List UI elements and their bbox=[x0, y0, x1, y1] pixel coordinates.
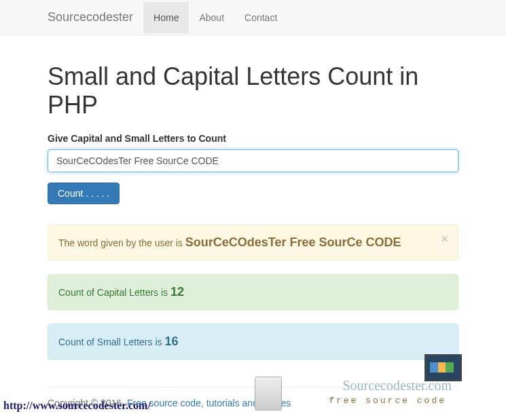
word-value: SourCeCOdesTer Free SourCe CODE bbox=[185, 235, 401, 249]
result-word-alert: × The word given by the user is SourCeCO… bbox=[48, 225, 458, 261]
watermark-url: http://www.sourcecodester.com/ bbox=[3, 400, 151, 412]
count-button[interactable]: Count . . . . . bbox=[48, 183, 120, 204]
result-small-alert: Count of Small Letters is 16 bbox=[48, 324, 458, 360]
brand-link[interactable]: Sourcecodester bbox=[48, 0, 143, 35]
capital-prefix-text: Count of Capital Letters is bbox=[58, 287, 170, 298]
letters-input[interactable] bbox=[48, 149, 458, 172]
document-icon bbox=[255, 377, 282, 411]
logo-watermark: Sourcecodester.com free source code bbox=[255, 371, 458, 419]
main-container: Small and Capital Letters Count in PHP G… bbox=[0, 62, 506, 419]
small-prefix-text: Count of Small Letters is bbox=[58, 337, 164, 347]
nav-home[interactable]: Home bbox=[143, 2, 189, 33]
monitor-icon bbox=[424, 354, 462, 381]
small-count: 16 bbox=[164, 335, 178, 348]
input-label: Give Capital and Small Letters to Count bbox=[48, 133, 458, 144]
color-strip-icon bbox=[430, 362, 454, 373]
nav-contact[interactable]: Contact bbox=[234, 2, 287, 33]
capital-count: 12 bbox=[170, 285, 184, 299]
word-prefix-text: The word given by the user is bbox=[58, 237, 185, 248]
page-title: Small and Capital Letters Count in PHP bbox=[48, 62, 458, 119]
logo-main-text: Sourcecodester.com bbox=[343, 378, 452, 394]
result-capital-alert: Count of Capital Letters is 12 bbox=[48, 274, 458, 310]
navbar: Sourcecodester Home About Contact bbox=[0, 0, 506, 35]
nav-about[interactable]: About bbox=[189, 2, 234, 33]
close-icon[interactable]: × bbox=[441, 232, 448, 246]
logo-sub-text: free source code bbox=[329, 396, 446, 406]
